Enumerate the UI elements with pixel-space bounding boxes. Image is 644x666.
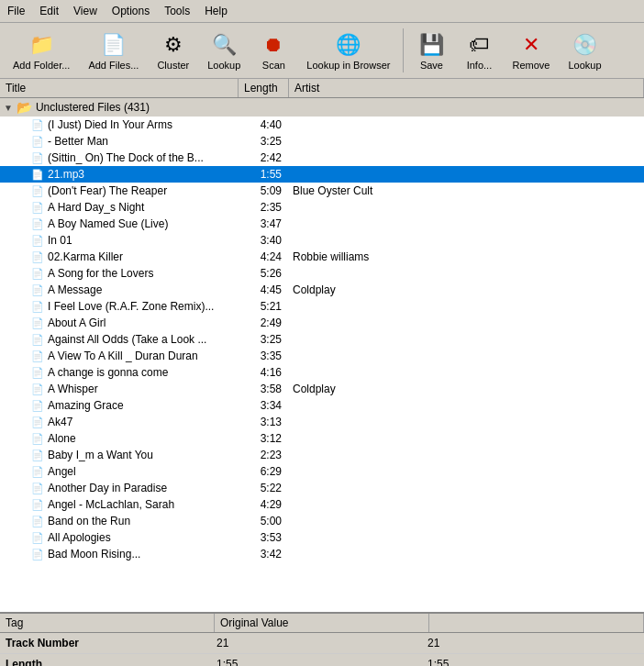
row-artist: Robbie williams	[289, 250, 644, 263]
table-row[interactable]: 📄 Baby I_m a Want You 2:23	[0, 447, 644, 463]
tree-arrow[interactable]: ▼	[4, 103, 13, 113]
bottom-original: 21	[217, 636, 427, 650]
bottom-col-value2	[429, 614, 644, 632]
row-length: 4:40	[239, 118, 289, 131]
table-row[interactable]: 📄 A View To A Kill _ Duran Duran 3:35	[0, 348, 644, 364]
table-row[interactable]: 📄 In 01 3:40	[0, 232, 644, 249]
table-row[interactable]: 📄 (Don't Fear) The Reaper 5:09 Blue Oyst…	[0, 183, 644, 199]
group-row[interactable]: ▼ 📂 Unclustered Files (431)	[0, 98, 644, 117]
table-row[interactable]: 📄 A Boy Named Sue (Live) 3:47	[0, 216, 644, 232]
row-length: 3:40	[239, 234, 289, 247]
file-icon: 📄	[31, 301, 44, 313]
row-title: Angel	[48, 465, 76, 478]
file-icon: 📄	[31, 383, 44, 395]
remove-button[interactable]: ✕ Remove	[505, 27, 557, 74]
add-files-button[interactable]: 📄 Add Files...	[81, 27, 146, 74]
table-row[interactable]: 📄 Angel 6:29	[0, 463, 644, 480]
col-length[interactable]: Length	[239, 79, 289, 97]
save-button[interactable]: 💾 Save	[409, 27, 453, 74]
file-icon: 📄	[31, 235, 44, 247]
table-row[interactable]: 📄 Another Day in Paradise 5:22	[0, 480, 644, 496]
col-title[interactable]: Title	[0, 79, 239, 97]
table-row[interactable]: 📄 (Sittin_ On) The Dock of the B... 2:42	[0, 150, 644, 166]
table-row[interactable]: 📄 02.Karma Killer 4:24 Robbie williams	[0, 249, 644, 265]
table-row[interactable]: 📄 Bad Moon Rising... 3:42	[0, 546, 644, 562]
table-row[interactable]: 📄 A Hard Day_s Night 2:35	[0, 199, 644, 216]
row-length: 4:29	[239, 498, 289, 511]
menu-tools[interactable]: Tools	[161, 3, 194, 19]
table-row[interactable]: 📄 21.mp3 1:55	[0, 166, 644, 183]
row-title: (I Just) Died In Your Arms	[48, 118, 172, 131]
row-title: Baby I_m a Want You	[48, 449, 153, 461]
scan-icon: ⏺	[259, 30, 288, 60]
row-length: 3:13	[239, 416, 289, 428]
add-folder-label: Add Folder...	[13, 60, 70, 71]
row-length: 3:25	[239, 333, 289, 346]
table-row[interactable]: 📄 - Better Man 3:25	[0, 133, 644, 150]
table-row[interactable]: 📄 A change is gonna come 4:16	[0, 364, 644, 381]
table-row[interactable]: 📄 Against All Odds (Take a Look ... 3:25	[0, 331, 644, 348]
table-row[interactable]: 📄 A Message 4:45 Coldplay	[0, 282, 644, 298]
lookup-browser-button[interactable]: 🌐 Lookup in Browser	[299, 27, 397, 74]
file-icon: 📄	[31, 433, 44, 445]
table-row[interactable]: 📄 About A Girl 2:49	[0, 315, 644, 331]
table-row[interactable]: 📄 Amazing Grace 3:34	[0, 397, 644, 414]
row-length: 3:53	[239, 531, 289, 544]
lookup-button[interactable]: 🔍 Lookup	[200, 27, 248, 74]
file-icon: 📄	[31, 268, 44, 280]
cluster-label: Cluster	[157, 60, 189, 71]
scan-button[interactable]: ⏺ Scan	[251, 27, 295, 74]
row-title: Another Day in Paradise	[48, 482, 167, 494]
info-icon: 🏷	[464, 30, 494, 60]
bottom-col-tag: Tag	[0, 614, 215, 632]
table-row[interactable]: 📄 I Feel Love (R.A.F. Zone Remix)... 5:2…	[0, 298, 644, 315]
lookup2-icon: 💿	[570, 30, 599, 60]
add-folder-button[interactable]: 📁 Add Folder...	[6, 27, 77, 74]
table-row[interactable]: 📄 Alone 3:12	[0, 430, 644, 447]
table-row[interactable]: 📄 Ak47 3:13	[0, 414, 644, 430]
bottom-original: 1:55	[217, 657, 427, 666]
row-title: In 01	[48, 234, 72, 247]
menu-file[interactable]: File	[4, 3, 28, 19]
bottom-col-original: Original Value	[215, 614, 429, 632]
menu-options[interactable]: Options	[108, 3, 153, 19]
file-icon: 📄	[31, 367, 44, 379]
row-length: 4:24	[239, 250, 289, 263]
table-row[interactable]: 📄 All Apologies 3:53	[0, 529, 644, 546]
menu-edit[interactable]: Edit	[36, 3, 62, 19]
bottom-rows-container: Track Number 21 21 Length 1:55 1:55 Enco…	[0, 633, 644, 666]
save-label: Save	[420, 60, 443, 71]
remove-label: Remove	[512, 60, 550, 71]
lookup2-button[interactable]: 💿 Lookup	[561, 27, 608, 74]
file-icon: 📄	[31, 499, 44, 511]
file-list[interactable]: ▼ 📂 Unclustered Files (431) 📄 (I Just) D…	[0, 98, 644, 612]
row-length: 3:47	[239, 217, 289, 230]
table-row[interactable]: 📄 A Song for the Lovers 5:26	[0, 265, 644, 282]
row-title: Band on the Run	[48, 515, 130, 527]
row-length: 3:42	[239, 548, 289, 561]
row-length: 2:35	[239, 201, 289, 214]
file-icon: 📄	[31, 284, 44, 296]
bottom-row: Track Number 21 21	[0, 633, 644, 654]
save-icon: 💾	[416, 30, 446, 60]
table-row[interactable]: 📄 A Whisper 3:58 Coldplay	[0, 381, 644, 397]
lookup-label: Lookup	[207, 60, 240, 71]
menu-view[interactable]: View	[70, 3, 101, 19]
row-artist: Coldplay	[289, 383, 644, 395]
col-artist[interactable]: Artist	[289, 79, 644, 97]
row-length: 1:55	[239, 168, 289, 181]
row-artist: Coldplay	[289, 283, 644, 296]
row-length: 3:35	[239, 350, 289, 362]
menu-help[interactable]: Help	[201, 3, 231, 19]
row-length: 5:22	[239, 482, 289, 494]
table-row[interactable]: 📄 Angel - McLachlan, Sarah 4:29	[0, 496, 644, 513]
bottom-panel: Tag Original Value Track Number 21 21 Le…	[0, 612, 644, 666]
lookup-icon: 🔍	[209, 30, 239, 60]
table-row[interactable]: 📄 Band on the Run 5:00	[0, 513, 644, 529]
info-button[interactable]: 🏷 Info...	[457, 27, 501, 74]
row-title: A Whisper	[48, 383, 98, 395]
row-length: 3:34	[239, 399, 289, 412]
table-row[interactable]: 📄 (I Just) Died In Your Arms 4:40	[0, 117, 644, 133]
row-title: About A Girl	[48, 316, 105, 329]
cluster-button[interactable]: ⚙ Cluster	[150, 27, 196, 74]
